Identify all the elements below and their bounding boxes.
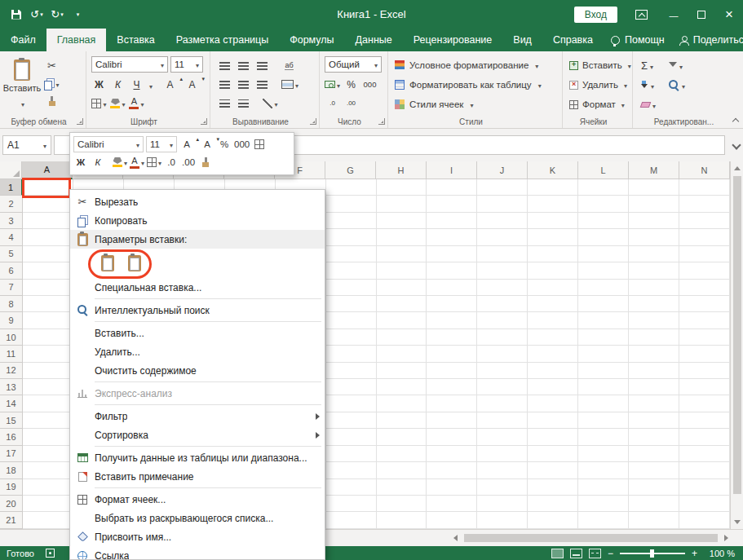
row-header-12[interactable]: 12	[0, 363, 23, 379]
cell-K13[interactable]	[528, 379, 578, 395]
cell-M4[interactable]	[629, 229, 679, 245]
find-select-button[interactable]	[669, 77, 685, 92]
cell-G17[interactable]	[326, 446, 377, 462]
cell-L8[interactable]	[578, 296, 629, 312]
sort-filter-button[interactable]	[669, 58, 685, 73]
increase-font-size-button[interactable]: А	[162, 77, 178, 92]
cell-G13[interactable]	[326, 379, 377, 395]
column-header-I[interactable]: I	[427, 161, 477, 179]
cell-I2[interactable]	[427, 196, 477, 212]
cell-H12[interactable]	[377, 363, 427, 379]
mini-comma-button[interactable]: 000	[234, 137, 250, 152]
cell-J10[interactable]	[477, 329, 528, 346]
cell-A15[interactable]	[23, 412, 73, 429]
cell-H8[interactable]	[377, 296, 427, 312]
cell-K4[interactable]	[528, 229, 578, 245]
cell-G10[interactable]	[326, 329, 377, 346]
normal-view-button[interactable]	[551, 549, 564, 558]
menu-item-17[interactable]: Получить данные из таблицы или диапазона…	[70, 448, 325, 467]
cell-G14[interactable]	[326, 395, 377, 412]
cell-L11[interactable]	[578, 346, 629, 362]
mini-decrease-font-button[interactable]: А	[200, 137, 214, 152]
cell-M5[interactable]	[629, 246, 679, 262]
cell-J15[interactable]	[477, 412, 528, 429]
cell-M10[interactable]	[629, 329, 679, 346]
row-header-18[interactable]: 18	[0, 462, 23, 478]
cell-M18[interactable]	[629, 462, 679, 478]
cell-L18[interactable]	[578, 462, 629, 478]
menu-item-20[interactable]: Формат ячеек...	[70, 490, 325, 509]
row-header-16[interactable]: 16	[0, 429, 23, 445]
customize-qat-button[interactable]: ▾	[68, 5, 87, 24]
cell-J9[interactable]	[477, 312, 528, 329]
cell-N1[interactable]	[679, 179, 730, 196]
cell-M19[interactable]	[629, 479, 679, 496]
cell-J2[interactable]	[477, 196, 528, 212]
minimize-button[interactable]	[660, 0, 688, 29]
cell-M8[interactable]	[629, 296, 679, 312]
cell-K11[interactable]	[528, 346, 578, 362]
cell-A8[interactable]	[23, 296, 73, 312]
cell-H17[interactable]	[377, 446, 427, 462]
cell-K15[interactable]	[528, 412, 578, 429]
row-header-20[interactable]: 20	[0, 496, 23, 512]
horizontal-scrollbar-thumb[interactable]	[464, 534, 718, 542]
cell-G16[interactable]	[326, 429, 377, 445]
cell-L3[interactable]	[578, 213, 629, 229]
mini-merge-button[interactable]	[252, 137, 267, 152]
column-header-A[interactable]: A	[22, 161, 73, 179]
cell-I13[interactable]	[427, 379, 477, 395]
zoom-in-button[interactable]: +	[692, 549, 697, 558]
cell-H9[interactable]	[377, 312, 427, 329]
cell-I20[interactable]	[427, 496, 477, 512]
fill-button[interactable]	[641, 77, 656, 92]
menu-item-10[interactable]: Очистить содержимое	[70, 361, 325, 380]
cell-G20[interactable]	[326, 496, 377, 512]
cell-G3[interactable]	[326, 213, 377, 229]
cell-L2[interactable]	[578, 196, 629, 212]
mini-borders-button[interactable]	[147, 155, 161, 170]
cell-M1[interactable]	[629, 179, 679, 196]
merge-center-button[interactable]	[281, 77, 299, 92]
increase-decimal-button[interactable]: .0	[325, 95, 340, 111]
cell-H3[interactable]	[377, 213, 427, 229]
mini-font-name-combo[interactable]: Calibri	[73, 136, 144, 152]
cell-H14[interactable]	[377, 395, 427, 412]
paste-values-button[interactable]	[123, 253, 145, 275]
cell-L4[interactable]	[578, 229, 629, 245]
ribbon-tab-4[interactable]: Формулы	[279, 29, 344, 51]
cell-A4[interactable]	[23, 229, 73, 245]
row-header-17[interactable]: 17	[0, 446, 23, 462]
cell-H4[interactable]	[377, 229, 427, 245]
column-header-N[interactable]: N	[679, 161, 730, 179]
zoom-slider[interactable]	[620, 553, 685, 554]
menu-item-21[interactable]: Выбрать из раскрывающегося списка...	[70, 509, 325, 527]
conditional-formatting-button[interactable]: Условное форматирование	[391, 55, 542, 75]
cell-N13[interactable]	[679, 379, 730, 395]
cell-H18[interactable]	[377, 462, 427, 478]
cell-N15[interactable]	[679, 412, 730, 429]
select-all-button[interactable]	[0, 161, 22, 179]
cell-H13[interactable]	[377, 379, 427, 395]
cell-N17[interactable]	[679, 446, 730, 462]
row-header-11[interactable]: 11	[0, 346, 23, 362]
row-header-9[interactable]: 9	[0, 312, 23, 329]
dialog-launcher-icon[interactable]	[378, 118, 385, 125]
insert-cells-button[interactable]: Вставить	[566, 55, 631, 75]
cell-K8[interactable]	[528, 296, 578, 312]
cell-J21[interactable]	[477, 512, 528, 528]
column-header-G[interactable]: G	[325, 161, 376, 179]
column-header-K[interactable]: K	[528, 161, 578, 179]
menu-item-0[interactable]: Вырезать	[70, 192, 325, 211]
cell-G7[interactable]	[326, 280, 377, 296]
cell-A2[interactable]	[23, 196, 73, 212]
macro-record-icon[interactable]	[46, 549, 55, 558]
cell-A13[interactable]	[23, 379, 73, 395]
borders-button[interactable]	[91, 95, 107, 111]
zoom-out-button[interactable]: −	[608, 549, 613, 558]
mini-decrease-decimal-button[interactable]: .00	[181, 155, 196, 170]
expand-formula-bar-icon[interactable]	[732, 140, 741, 149]
cell-I21[interactable]	[427, 512, 477, 528]
row-header-8[interactable]: 8	[0, 296, 23, 312]
cell-A7[interactable]	[23, 280, 73, 296]
